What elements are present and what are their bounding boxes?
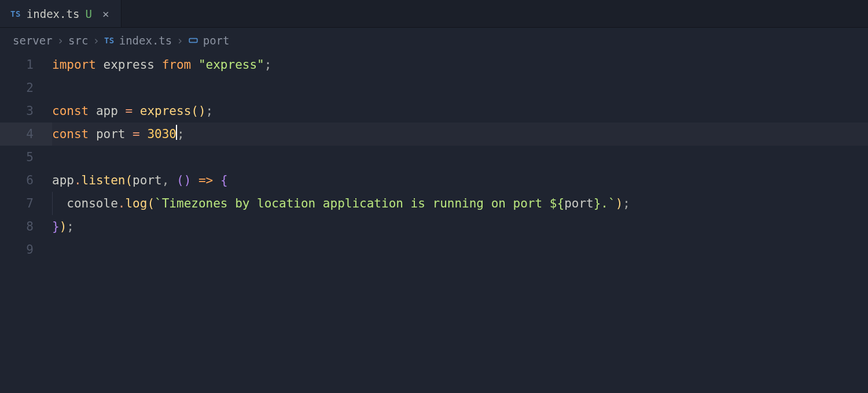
breadcrumb-segment[interactable]: src	[68, 34, 88, 47]
token-paren: (	[191, 104, 198, 118]
chevron-right-icon: ›	[176, 34, 183, 47]
token-paren: )	[616, 196, 623, 210]
tab-bar: TS index.ts U ×	[0, 0, 868, 28]
code-line[interactable]	[52, 146, 868, 169]
code-line[interactable]: import express from "express";	[52, 53, 868, 76]
token-indent	[52, 196, 67, 210]
typescript-icon: TS	[10, 9, 21, 18]
line-number: 7	[0, 192, 34, 215]
code-line[interactable]	[52, 238, 868, 261]
token-paren: )	[184, 173, 192, 187]
line-number: 5	[0, 146, 34, 169]
token-arrow: =>	[198, 173, 213, 187]
breadcrumb-text: port	[203, 34, 230, 47]
line-number: 9	[0, 238, 34, 261]
token-operator: =	[125, 104, 133, 118]
token-punct: ;	[264, 58, 272, 72]
code-area[interactable]: import express from "express"; const app…	[52, 53, 868, 261]
token-template: $	[550, 196, 557, 210]
line-number: 6	[0, 169, 34, 192]
chevron-right-icon: ›	[93, 34, 99, 47]
tab-filename: index.ts	[27, 8, 80, 20]
close-icon[interactable]: ×	[100, 7, 112, 21]
token-identifier: app	[52, 173, 74, 187]
token-keyword: const	[52, 127, 89, 141]
code-line[interactable]: });	[52, 215, 868, 238]
breadcrumb: server › src › TS index.ts › port	[0, 28, 868, 53]
token-brace: }	[52, 220, 60, 233]
token-identifier: port	[133, 173, 162, 187]
token-identifier: express	[104, 58, 155, 72]
code-line[interactable]: const app = express();	[52, 99, 868, 123]
token-paren: )	[198, 104, 206, 118]
token-keyword: from	[162, 58, 192, 72]
token-paren: (	[176, 173, 184, 187]
token-punct: ;	[67, 220, 74, 233]
token-brace: {	[220, 173, 228, 187]
token-dot: .	[74, 173, 82, 187]
tab-index-ts[interactable]: TS index.ts U ×	[0, 0, 122, 27]
token-punct: ,	[162, 173, 176, 187]
typescript-icon: TS	[104, 36, 115, 45]
token-template: {	[557, 196, 564, 210]
token-dot: .	[118, 196, 126, 210]
line-number: 2	[0, 76, 34, 99]
token-string: "express"	[198, 58, 264, 72]
token-string: `	[155, 196, 162, 210]
code-line[interactable]: app.listen(port, () => {	[52, 169, 868, 192]
line-number: 8	[0, 215, 34, 238]
token-punct: ;	[623, 196, 630, 210]
line-number: 1	[0, 53, 34, 76]
line-number: 4	[0, 123, 34, 146]
token-function: express	[140, 104, 192, 118]
breadcrumb-text: server	[13, 34, 53, 47]
token-function: log	[125, 196, 147, 210]
token-identifier: console	[67, 196, 118, 210]
token-function: listen	[82, 173, 126, 187]
token-punct: ;	[206, 104, 214, 118]
token-paren: )	[60, 220, 67, 233]
code-editor[interactable]: 1 2 3 4 5 6 7 8 9 import express from "e…	[0, 53, 868, 261]
token-paren: (	[147, 196, 155, 210]
token-identifier: app	[96, 104, 118, 118]
breadcrumb-text: src	[68, 34, 88, 47]
variable-icon	[188, 35, 198, 46]
svg-rect-0	[189, 39, 197, 43]
token-number: 3030	[147, 127, 176, 141]
token-identifier: port	[96, 127, 126, 141]
chevron-right-icon: ›	[57, 34, 64, 47]
code-line[interactable]: const port = 3030;	[52, 123, 868, 146]
line-number-gutter: 1 2 3 4 5 6 7 8 9	[0, 53, 52, 261]
indent-guide	[52, 192, 53, 215]
line-number: 3	[0, 99, 34, 123]
token-template: }	[594, 196, 601, 210]
token-paren: (	[125, 173, 133, 187]
token-string: .	[601, 196, 608, 210]
token-operator: =	[133, 127, 140, 141]
tab-git-status: U	[85, 8, 91, 20]
code-line[interactable]: console.log(`Timezones by location appli…	[52, 192, 868, 215]
breadcrumb-text: index.ts	[119, 34, 172, 47]
breadcrumb-segment[interactable]: port	[188, 34, 230, 47]
token-punct: ;	[177, 127, 185, 141]
token-string: `	[608, 196, 616, 210]
token-keyword: const	[52, 104, 89, 118]
token-keyword: import	[52, 58, 96, 72]
token-identifier: port	[564, 196, 594, 210]
token-string: Timezones by location application is run…	[162, 196, 550, 210]
breadcrumb-segment[interactable]: TS index.ts	[104, 34, 172, 47]
breadcrumb-segment[interactable]: server	[13, 34, 53, 47]
code-line[interactable]	[52, 76, 868, 99]
